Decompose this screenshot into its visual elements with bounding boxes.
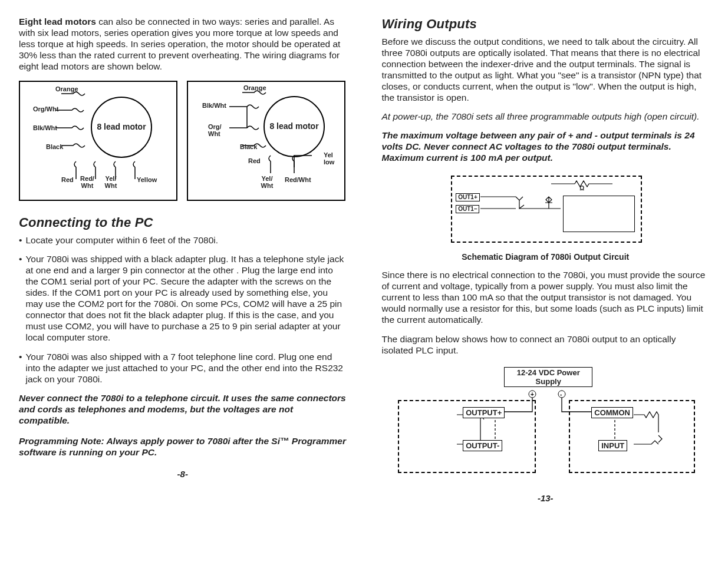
bullet-2: • Your 7080i was shipped with a black ad… [19, 254, 347, 343]
wiring-p1: Before we discuss the output conditions,… [382, 37, 710, 103]
programming-note: Programming Note: Always apply power to … [19, 436, 347, 458]
schematic-wrap: OUT1+ OUT1– Ω Schematic Diagram of 7080i… [382, 173, 710, 262]
lbl-redwht-a: Red/ Wht [79, 175, 95, 189]
lbl-blkwht-b: Blk/Wht [202, 102, 226, 109]
page-left: Eight lead motors can also be connected … [19, 16, 347, 503]
voltage-warning: The maximum voltage between any pair of … [382, 130, 710, 164]
svg-text:+: + [531, 391, 534, 398]
schematic-caption: Schematic Diagram of 7080i Output Circui… [382, 252, 710, 262]
page-right: Wiring Outputs Before we discuss the out… [382, 16, 710, 503]
lbl-red-a: Red [61, 176, 74, 183]
terminal-out1-minus: OUT1– [456, 205, 479, 213]
plc-diagram: 12-24 VDC Power Supply + - OUTPUT+ OUTPU… [392, 365, 699, 482]
heading-connecting-pc: Connecting to the PC [19, 215, 347, 230]
warning-telephone: Never connect the 7080i to a telephone c… [19, 393, 347, 427]
eight-lead-intro: Eight lead motors can also be connected … [19, 16, 347, 72]
bullet-1: • Locate your computer within 6 feet of … [19, 235, 347, 246]
lbl-black-b: Black [240, 143, 257, 150]
bullet-3-text: Your 7080i was also shipped with a 7 foo… [25, 352, 346, 385]
lbl-orange-a: Orange [55, 85, 78, 92]
lbl-yelwht-a: Yel/ Wht [103, 175, 119, 189]
intro-lead: Eight lead motors [19, 16, 96, 27]
ohm-icon: Ω [579, 185, 584, 191]
bullet-1-text: Locate your computer within 6 feet of th… [25, 235, 218, 246]
output-schematic: OUT1+ OUT1– Ω [445, 173, 645, 250]
bullet-dot-icon: • [19, 254, 22, 343]
bullet-dot-icon: • [19, 352, 22, 385]
lbl-orgwht-a: Org/Wht [33, 105, 58, 113]
motor-diagram-a: 8 lead motor Orange Org/Wht Blk/Wht Blac… [19, 81, 177, 201]
lbl-yellow-b: Yel low [324, 151, 338, 166]
svg-text:-: - [560, 391, 562, 398]
lbl-orange-b: Orange [243, 84, 266, 91]
lbl-redwht-b: Red/Wht [285, 176, 311, 183]
heading-wiring-outputs: Wiring Outputs [382, 16, 710, 32]
motor-circle-b: 8 lead motor [263, 96, 325, 157]
output-plus-terminal: OUTPUT+ [463, 407, 505, 418]
wiring-p3: The diagram below shows how to connect a… [382, 334, 710, 356]
powerup-note: At power-up, the 7080i sets all three pr… [382, 111, 710, 122]
lbl-orgwht-b: Org/ Wht [208, 123, 226, 137]
motor-circle-a: 8 lead motor [91, 97, 152, 158]
bullet-2-text: Your 7080i was shipped with a black adap… [25, 254, 346, 343]
wiring-p2: Since there is no electrical connection … [382, 270, 710, 326]
page-number-left: -8- [19, 469, 347, 479]
output-minus-terminal: OUTPUT- [463, 440, 502, 451]
common-terminal: COMMON [591, 407, 633, 418]
lbl-yellow-a: Yellow [137, 176, 157, 183]
terminal-out1-plus: OUT1+ [456, 193, 480, 201]
motor-diagram-b: 8 lead motor Orange Blk/Wht Org/ Wht Bla… [187, 81, 345, 201]
lbl-black-a: Black [46, 143, 63, 150]
bullet-dot-icon: • [19, 235, 22, 246]
lbl-yelwht-b: Yel/ Wht [259, 175, 275, 189]
lbl-red-b: Red [248, 157, 261, 164]
motor-diagram-row: 8 lead motor Orange Org/Wht Blk/Wht Blac… [19, 81, 347, 201]
lbl-blkwht-a: Blk/Wht [33, 124, 57, 131]
input-terminal: INPUT [598, 440, 627, 451]
page-number-right: -13- [382, 493, 710, 503]
bullet-3: • Your 7080i was also shipped with a 7 f… [19, 352, 347, 385]
